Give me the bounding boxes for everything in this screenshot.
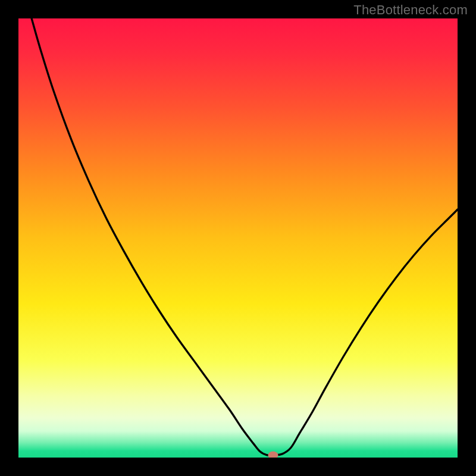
chart-frame: TheBottleneck.com xyxy=(0,0,476,476)
watermark-text: TheBottleneck.com xyxy=(353,2,468,18)
plot-area xyxy=(18,18,458,458)
optimum-marker xyxy=(268,451,278,458)
bottleneck-curve xyxy=(18,18,458,458)
